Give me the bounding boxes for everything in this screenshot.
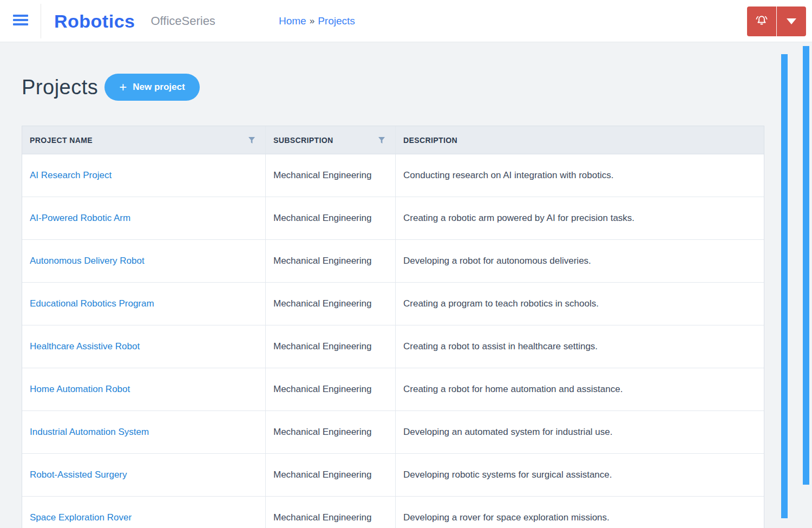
subscription-cell: Mechanical Engineering — [266, 454, 396, 496]
filter-icon[interactable] — [377, 135, 387, 145]
description-cell: Developing a robot for autonomous delive… — [396, 240, 764, 282]
header-actions — [747, 6, 806, 36]
plus-icon: + — [119, 81, 127, 94]
project-link[interactable]: Space Exploration Rover — [30, 512, 132, 523]
project-link[interactable]: AI Research Project — [30, 170, 112, 181]
column-header-subscription[interactable]: SUBSCRIPTION — [266, 126, 396, 154]
description-cell: Creating a program to teach robotics in … — [396, 283, 764, 325]
table-row: Home Automation Robot Mechanical Enginee… — [22, 368, 764, 411]
description-cell: Creating a robotic arm powered by AI for… — [396, 197, 764, 239]
projects-table: PROJECT NAME SUBSCRIPTION DESCRIPTION AI… — [22, 126, 764, 528]
title-row: Projects + New project — [22, 74, 200, 101]
subscription-cell: Mechanical Engineering — [266, 368, 396, 410]
description-cell: Creating a robot to assist in healthcare… — [396, 325, 764, 368]
description-cell: Developing a rover for space exploration… — [396, 497, 764, 528]
breadcrumb-current-projects[interactable]: Projects — [318, 15, 355, 27]
new-project-button[interactable]: + New project — [104, 74, 199, 101]
chevron-down-icon — [787, 18, 796, 24]
description-cell: Creating a robot for home automation and… — [396, 368, 764, 410]
description-cell: Developing robotic systems for surgical … — [396, 454, 764, 496]
app-logo[interactable]: Robotics — [54, 11, 135, 32]
new-project-label: New project — [133, 82, 185, 93]
column-header-description[interactable]: DESCRIPTION — [396, 126, 764, 154]
subscription-cell: Mechanical Engineering — [266, 325, 396, 368]
table-row: Educational Robotics Program Mechanical … — [22, 283, 764, 325]
table-row: AI Research Project Mechanical Engineeri… — [22, 154, 764, 197]
outer-scrollbar-thumb[interactable] — [803, 46, 809, 485]
header-divider — [41, 4, 41, 38]
notifications-button[interactable] — [747, 6, 776, 36]
description-cell: Developing an automated system for indus… — [396, 411, 764, 453]
top-bar: Robotics OfficeSeries Home » Projects — [0, 0, 812, 42]
bell-icon — [754, 13, 769, 30]
subscription-cell: Mechanical Engineering — [266, 240, 396, 282]
table-row: Robot-Assisted Surgery Mechanical Engine… — [22, 454, 764, 497]
breadcrumb: Home » Projects — [279, 0, 355, 42]
subscription-cell: Mechanical Engineering — [266, 197, 396, 239]
project-link[interactable]: Educational Robotics Program — [30, 298, 154, 309]
project-link[interactable]: Industrial Automation System — [30, 427, 149, 438]
column-header-project-name[interactable]: PROJECT NAME — [22, 126, 266, 154]
breadcrumb-home-link[interactable]: Home — [279, 15, 306, 27]
page-title: Projects — [22, 76, 98, 99]
account-menu-button[interactable] — [777, 6, 806, 36]
breadcrumb-separator: » — [310, 16, 315, 27]
description-cell: Conducting research on AI integration wi… — [396, 154, 764, 197]
table-row: Autonomous Delivery Robot Mechanical Eng… — [22, 240, 764, 283]
table-row: Healthcare Assistive Robot Mechanical En… — [22, 325, 764, 368]
project-link[interactable]: Autonomous Delivery Robot — [30, 256, 145, 266]
project-link[interactable]: AI-Powered Robotic Arm — [30, 213, 130, 224]
brand: Robotics OfficeSeries — [54, 0, 215, 42]
project-link[interactable]: Healthcare Assistive Robot — [30, 341, 140, 352]
inner-scrollbar-thumb[interactable] — [781, 54, 788, 518]
subscription-cell: Mechanical Engineering — [266, 283, 396, 325]
table-row: AI-Powered Robotic Arm Mechanical Engine… — [22, 197, 764, 240]
project-link[interactable]: Robot-Assisted Surgery — [30, 470, 127, 480]
subscription-cell: Mechanical Engineering — [266, 154, 396, 197]
subscription-cell: Mechanical Engineering — [266, 497, 396, 528]
subscription-cell: Mechanical Engineering — [266, 411, 396, 453]
suite-name: OfficeSeries — [150, 14, 215, 28]
table-row: Industrial Automation System Mechanical … — [22, 411, 764, 454]
table-row: Space Exploration Rover Mechanical Engin… — [22, 497, 764, 528]
table-header-row: PROJECT NAME SUBSCRIPTION DESCRIPTION — [22, 126, 764, 154]
filter-icon[interactable] — [247, 135, 257, 145]
project-link[interactable]: Home Automation Robot — [30, 384, 130, 395]
hamburger-icon[interactable] — [13, 15, 28, 28]
